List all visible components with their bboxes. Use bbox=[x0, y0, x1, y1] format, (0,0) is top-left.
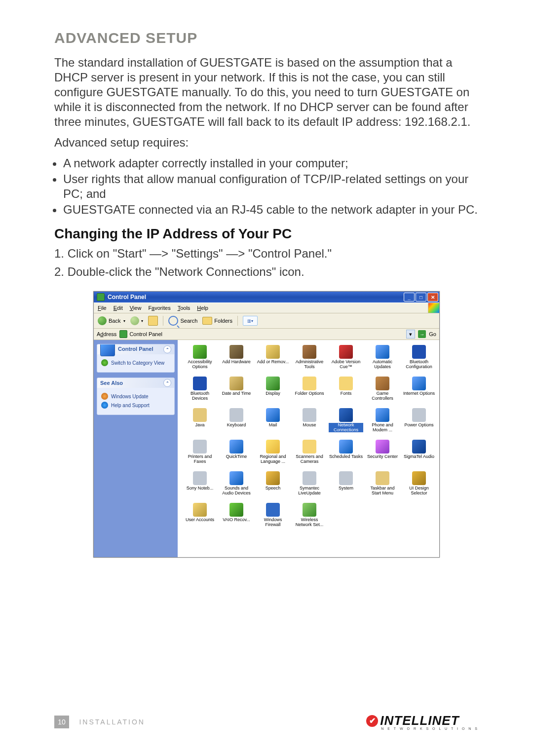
cp-item-label: Power Options bbox=[404, 423, 433, 427]
cp-item-icon bbox=[229, 471, 243, 485]
cp-item-icon bbox=[266, 503, 280, 517]
address-field[interactable]: Control Panel bbox=[119, 330, 162, 338]
cp-item-regional-and-language[interactable]: Regional and Language ... bbox=[256, 440, 290, 468]
cp-item-icon bbox=[229, 345, 243, 359]
cp-item-mail[interactable]: Mail bbox=[256, 408, 290, 437]
minimize-button[interactable]: _ bbox=[404, 293, 415, 302]
cp-item-mouse[interactable]: Mouse bbox=[292, 408, 327, 437]
cp-item-label: Game Controllers bbox=[366, 391, 399, 401]
collapse-icon[interactable]: ⌃ bbox=[163, 379, 171, 387]
close-button[interactable]: ✕ bbox=[427, 293, 438, 302]
menu-edit[interactable]: Edit bbox=[114, 305, 123, 311]
help-support-link[interactable]: Help and Support bbox=[101, 402, 170, 409]
search-button[interactable]: Search bbox=[168, 316, 197, 326]
windows-update-link[interactable]: Windows Update bbox=[101, 393, 170, 400]
cp-item-accessibility-options[interactable]: Accessibility Options bbox=[183, 345, 217, 374]
cp-item-icon bbox=[266, 377, 280, 390]
address-label: Address bbox=[97, 331, 116, 337]
cp-item-icon bbox=[303, 345, 316, 359]
menu-help[interactable]: Help bbox=[197, 305, 208, 311]
cp-item-speech[interactable]: Speech bbox=[256, 471, 290, 500]
cp-item-label: Regional and Language ... bbox=[256, 454, 290, 464]
section-title: ADVANCED SETUP bbox=[54, 30, 479, 46]
control-panel-body: Control Panel ⌃ Switch to Category View … bbox=[94, 340, 439, 557]
cp-item-bluetooth-configuration[interactable]: Bluetooth Configuration bbox=[402, 345, 436, 374]
menu-tools[interactable]: Tools bbox=[178, 305, 190, 311]
cp-item-add-hardware[interactable]: Add Hardware bbox=[219, 345, 254, 374]
switch-category-view-link[interactable]: Switch to Category View bbox=[101, 359, 170, 366]
cp-item-icon bbox=[339, 345, 353, 359]
cp-item-wireless-network-set[interactable]: Wireless Network Set... bbox=[292, 503, 327, 531]
subheading: Changing the IP Address of Your PC bbox=[54, 226, 479, 242]
cp-item-security-center[interactable]: Security Center bbox=[365, 440, 400, 468]
cp-item-icon bbox=[412, 377, 426, 390]
cp-item-icon bbox=[266, 345, 280, 359]
cp-item-sigmatel-audio[interactable]: SigmaTel Audio bbox=[402, 440, 436, 468]
sidebar: Control Panel ⌃ Switch to Category View … bbox=[94, 340, 178, 557]
cp-item-scanners-and-cameras[interactable]: Scanners and Cameras bbox=[292, 440, 327, 468]
cp-item-icon bbox=[193, 408, 207, 422]
cp-item-quicktime[interactable]: QuickTime bbox=[219, 440, 254, 468]
cp-item-fonts[interactable]: Fonts bbox=[329, 377, 363, 405]
cp-item-user-accounts[interactable]: User Accounts bbox=[183, 503, 217, 531]
control-panel-icon-grid: Accessibility OptionsAdd HardwareAdd or … bbox=[178, 340, 439, 557]
cp-item-label: Bluetooth Devices bbox=[183, 391, 217, 401]
folders-button[interactable]: Folders bbox=[202, 317, 232, 325]
cp-item-folder-options[interactable]: Folder Options bbox=[292, 377, 327, 405]
cp-item-game-controllers[interactable]: Game Controllers bbox=[365, 377, 400, 405]
address-value: Control Panel bbox=[129, 331, 162, 337]
cp-item-sounds-and-audio-devices[interactable]: Sounds and Audio Devices bbox=[219, 471, 254, 500]
cp-item-internet-options[interactable]: Internet Options bbox=[402, 377, 436, 405]
go-button[interactable]: → bbox=[418, 330, 426, 338]
cp-item-phone-and-modem[interactable]: Phone and Modem ... bbox=[365, 408, 400, 437]
cp-item-label: Automatic Updates bbox=[366, 360, 399, 369]
cp-item-add-or-remov[interactable]: Add or Remov... bbox=[256, 345, 290, 374]
sidebar-panel1-title: Control Panel bbox=[118, 346, 153, 352]
cp-item-label: User Accounts bbox=[186, 518, 214, 522]
cp-item-network-connections[interactable]: Network Connections bbox=[329, 408, 363, 437]
cp-item-icon bbox=[193, 440, 207, 454]
back-button[interactable]: Back▾ bbox=[98, 316, 125, 325]
forward-button[interactable]: ▾ bbox=[130, 316, 143, 325]
menu-view[interactable]: View bbox=[130, 305, 142, 311]
maximize-button[interactable]: □ bbox=[416, 293, 426, 302]
cp-item-symantec-liveupdate[interactable]: Symantec LiveUpdate bbox=[292, 471, 327, 500]
cp-item-date-and-time[interactable]: Date and Time bbox=[219, 377, 254, 405]
cp-item-vaio-recov[interactable]: VAIO Recov... bbox=[219, 503, 254, 531]
cp-item-ui-design-selector[interactable]: UI Design Selector bbox=[402, 471, 436, 500]
cp-item-icon bbox=[376, 471, 389, 485]
cp-item-sony-noteb[interactable]: Sony Noteb... bbox=[183, 471, 217, 500]
control-panel-icon bbox=[97, 293, 105, 301]
cp-item-system[interactable]: System bbox=[329, 471, 363, 500]
cp-item-display[interactable]: Display bbox=[256, 377, 290, 405]
cp-item-java[interactable]: Java bbox=[183, 408, 217, 437]
menu-file[interactable]: File bbox=[98, 305, 107, 311]
cp-item-administrative-tools[interactable]: Administrative Tools bbox=[292, 345, 327, 374]
cp-item-label: Phone and Modem ... bbox=[366, 423, 399, 432]
requires-item: User rights that allow manual configurat… bbox=[63, 172, 479, 201]
up-button[interactable] bbox=[148, 316, 158, 326]
cp-item-label: Keyboard bbox=[227, 423, 246, 427]
cp-item-bluetooth-devices[interactable]: Bluetooth Devices bbox=[183, 377, 217, 405]
sidebar-panel-control-panel: Control Panel ⌃ Switch to Category View bbox=[97, 344, 175, 373]
cp-item-icon bbox=[412, 345, 426, 359]
views-button[interactable]: ▥▾ bbox=[243, 316, 258, 326]
menu-favorites[interactable]: Favorites bbox=[148, 305, 170, 311]
cp-item-adobe-version-cue[interactable]: Adobe Version Cue™ bbox=[329, 345, 363, 374]
cp-item-label: Accessibility Options bbox=[183, 360, 217, 369]
cp-item-power-options[interactable]: Power Options bbox=[402, 408, 436, 437]
cp-item-taskbar-and-start-menu[interactable]: Taskbar and Start Menu bbox=[365, 471, 400, 500]
footer-section-label: INSTALLATION bbox=[79, 718, 145, 726]
cp-item-windows-firewall[interactable]: Windows Firewall bbox=[256, 503, 290, 531]
cp-item-label: Display bbox=[266, 391, 280, 396]
cp-item-printers-and-faxes[interactable]: Printers and Faxes bbox=[183, 440, 217, 468]
cp-item-icon bbox=[266, 408, 280, 422]
address-dropdown[interactable]: ▾ bbox=[406, 330, 415, 339]
cp-item-scheduled-tasks[interactable]: Scheduled Tasks bbox=[329, 440, 363, 468]
cp-item-keyboard[interactable]: Keyboard bbox=[219, 408, 254, 437]
collapse-icon[interactable]: ⌃ bbox=[163, 345, 171, 353]
cp-item-icon bbox=[412, 408, 426, 422]
cp-item-automatic-updates[interactable]: Automatic Updates bbox=[365, 345, 400, 374]
intro-text: The standard installation of GUESTGATE i… bbox=[54, 55, 479, 129]
cp-item-icon bbox=[229, 503, 243, 517]
